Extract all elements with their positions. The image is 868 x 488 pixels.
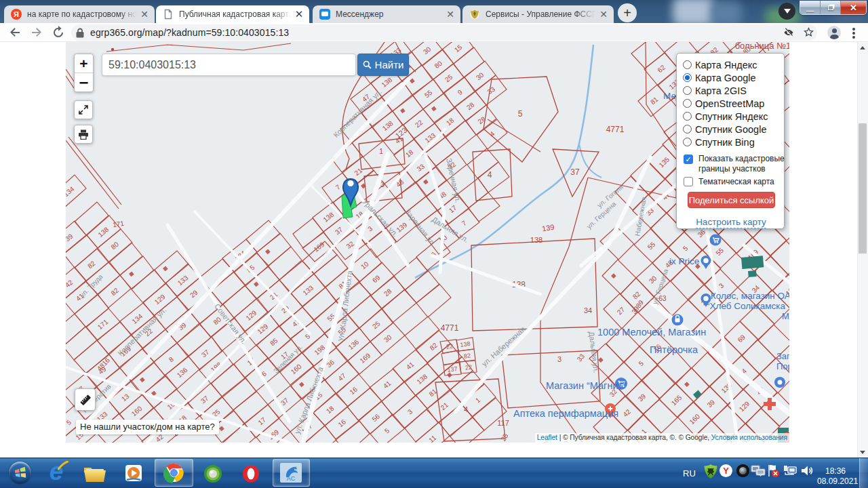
svg-text:Зап: Зап <box>776 351 789 361</box>
svg-text:34: 34 <box>584 306 592 314</box>
svg-text:Колос, магазин ОА: Колос, магазин ОА <box>711 291 789 301</box>
svg-text:138: 138 <box>530 236 542 244</box>
svg-text:82: 82 <box>463 352 471 359</box>
svg-text:138: 138 <box>460 340 471 348</box>
svg-text:22: 22 <box>446 342 453 350</box>
svg-text:Мсо: Мсо <box>782 311 789 321</box>
svg-text:Пор: Пор <box>776 361 789 371</box>
svg-text:5: 5 <box>518 109 523 119</box>
svg-text:ix Price: ix Price <box>669 256 699 266</box>
svg-text:1000 Мелочей, Магазин: 1000 Мелочей, Магазин <box>597 327 706 338</box>
svg-text:3: 3 <box>557 355 561 363</box>
svg-text:1: 1 <box>379 147 383 155</box>
svg-text:больница №1: больница №1 <box>735 42 789 51</box>
svg-text:137: 137 <box>447 365 458 373</box>
svg-text:37: 37 <box>570 167 580 177</box>
svg-text:4771: 4771 <box>441 323 459 333</box>
svg-text:Магазин “Магнит”: Магазин “Магнит” <box>546 380 626 391</box>
svg-text:Аптека пермфармация: Аптека пермфармация <box>513 408 618 419</box>
svg-text:Пятёрочка: Пятёрочка <box>650 344 698 355</box>
svg-text:4771: 4771 <box>606 125 625 134</box>
svg-text:4: 4 <box>464 405 468 413</box>
svg-text:117: 117 <box>497 419 509 427</box>
svg-text:“Хлеб Соликамска: “Хлеб Соликамска <box>707 301 786 311</box>
svg-text:22: 22 <box>465 363 472 371</box>
svg-text:АС: АС <box>287 475 296 482</box>
svg-text:4: 4 <box>488 170 492 180</box>
